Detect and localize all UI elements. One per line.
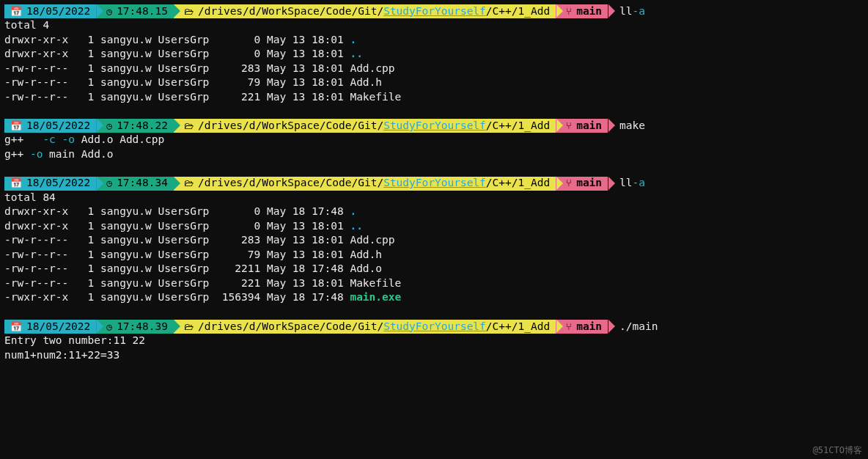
path-link[interactable]: StudyForYourself — [383, 120, 486, 131]
calendar-icon: 📅 — [10, 5, 22, 18]
block-ll-2: 📅18/05/2022 ◷17:48.34 🗁/drives/d/WorkSpa… — [4, 177, 864, 306]
prompt-line[interactable]: 📅18/05/2022 ◷17:48.39 🗁/drives/d/WorkSpa… — [4, 320, 864, 334]
calendar-icon: 📅 — [10, 120, 22, 133]
prompt-branch: ⑂main — [556, 320, 608, 334]
path-link[interactable]: StudyForYourself — [383, 177, 486, 188]
path-text: /drives/d/WorkSpace/Code/Git/StudyForYou… — [198, 4, 550, 19]
prompt-path: 🗁/drives/d/WorkSpace/Code/Git/StudyForYo… — [174, 320, 556, 334]
date-text: 18/05/2022 — [26, 4, 90, 19]
folder-icon: 🗁 — [184, 177, 194, 190]
branch-text: main — [576, 4, 602, 19]
branch-icon: ⑂ — [566, 320, 572, 334]
block-make: 📅18/05/2022 ◷17:48.22 🗁/drives/d/WorkSpa… — [4, 119, 864, 161]
prompt-path: 🗁/drives/d/WorkSpace/Code/Git/StudyForYo… — [174, 119, 556, 133]
prompt-date: 📅18/05/2022 — [4, 320, 96, 334]
prompt-time: ◷17:48.34 — [96, 177, 174, 191]
block-ll-1: 📅 18/05/2022 ◷ 17:48.15 🗁 /drives/d/Work… — [4, 4, 864, 104]
prompt-line[interactable]: 📅18/05/2022 ◷17:48.22 🗁/drives/d/WorkSpa… — [4, 119, 864, 133]
folder-icon: 🗁 — [184, 120, 194, 133]
command-input[interactable]: ./main — [608, 320, 658, 334]
calendar-icon: 📅 — [10, 177, 22, 190]
prompt-date: 📅18/05/2022 — [4, 177, 96, 191]
prompt-branch: ⑂main — [556, 119, 608, 133]
ls-output: total 4 drwxr-xr-x 1 sangyu.w UsersGrp 0… — [4, 18, 864, 104]
folder-icon: 🗁 — [184, 320, 194, 334]
make-output: g++ -c -o Add.o Add.cpp g++ -o main Add.… — [4, 133, 864, 161]
prompt-branch: ⑂main — [556, 177, 608, 191]
clock-icon: ◷ — [106, 120, 112, 133]
prompt-branch: ⑂ main — [556, 4, 608, 18]
prompt-time: ◷ 17:48.15 — [96, 4, 174, 18]
clock-icon: ◷ — [106, 5, 112, 18]
block-run: 📅18/05/2022 ◷17:48.39 🗁/drives/d/WorkSpa… — [4, 320, 864, 362]
branch-icon: ⑂ — [566, 177, 572, 190]
watermark: @51CTO博客 — [813, 444, 862, 456]
branch-icon: ⑂ — [566, 120, 572, 133]
prompt-date: 📅18/05/2022 — [4, 119, 96, 133]
clock-icon: ◷ — [106, 177, 112, 190]
prompt-time: ◷17:48.39 — [96, 320, 174, 334]
prompt-time: ◷17:48.22 — [96, 119, 174, 133]
prompt-path: 🗁 /drives/d/WorkSpace/Code/Git/StudyForY… — [174, 4, 556, 18]
prompt-line[interactable]: 📅 18/05/2022 ◷ 17:48.15 🗁 /drives/d/Work… — [4, 4, 864, 18]
prompt-date: 📅 18/05/2022 — [4, 4, 96, 18]
branch-icon: ⑂ — [566, 5, 572, 18]
folder-icon: 🗁 — [184, 5, 194, 18]
prompt-path: 🗁/drives/d/WorkSpace/Code/Git/StudyForYo… — [174, 177, 556, 191]
ls-output: total 84 drwxr-xr-x 1 sangyu.w UsersGrp … — [4, 191, 864, 306]
prompt-line[interactable]: 📅18/05/2022 ◷17:48.34 🗁/drives/d/WorkSpa… — [4, 177, 864, 191]
time-text: 17:48.15 — [117, 4, 168, 19]
path-link[interactable]: StudyForYourself — [383, 5, 486, 17]
clock-icon: ◷ — [106, 320, 112, 334]
path-link[interactable]: StudyForYourself — [383, 320, 486, 332]
run-output: Entry two number:11 22 num1+num2:11+22=3… — [4, 334, 864, 362]
calendar-icon: 📅 — [10, 320, 22, 334]
